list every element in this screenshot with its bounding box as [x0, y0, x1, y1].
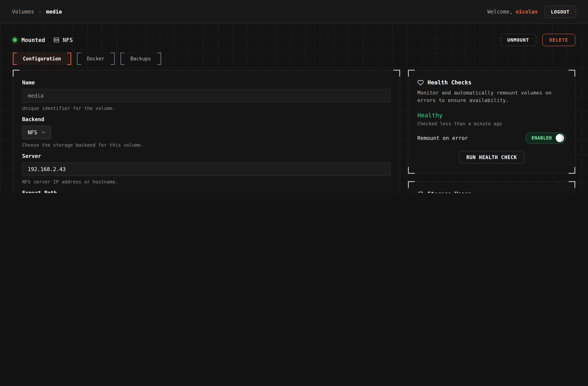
- breadcrumb: Volumes › media: [12, 9, 62, 15]
- content-area: Mounted NFS UNMOUNT DELETE Configuration…: [0, 34, 588, 193]
- health-checks-title: Health Checks: [427, 79, 472, 86]
- storage-usage-panel: Storage Usage 71% Used Tot: [408, 181, 575, 193]
- breadcrumb-current: media: [46, 9, 62, 15]
- logout-button[interactable]: LOGOUT: [545, 5, 576, 18]
- server-stack-icon: [53, 37, 60, 43]
- name-field-group: Name Unique identifier for the volume.: [22, 79, 391, 111]
- unmount-button[interactable]: UNMOUNT: [500, 34, 536, 46]
- backend-select[interactable]: NFS: [22, 126, 51, 139]
- breadcrumb-volumes-link[interactable]: Volumes: [12, 9, 34, 15]
- server-input[interactable]: [22, 162, 391, 176]
- mounted-status-label: Mounted: [21, 37, 45, 43]
- tab-configuration[interactable]: Configuration: [13, 53, 71, 65]
- top-bar: Volumes › media Welcome,nicolas LOGOUT: [0, 0, 588, 24]
- chevron-right-icon: ›: [39, 9, 42, 14]
- name-label: Name: [22, 79, 391, 86]
- remount-setting-row: Remount on error ENABLED: [417, 132, 566, 144]
- health-checks-panel: Health Checks Monitor and automatically …: [408, 70, 575, 174]
- remount-toggle-label: ENABLED: [531, 135, 552, 141]
- backend-label: Backend: [22, 116, 391, 123]
- right-column: Health Checks Monitor and automatically …: [408, 70, 575, 193]
- volume-detail-page: Volumes › media Welcome,nicolas LOGOUT M…: [0, 0, 588, 193]
- username: nicolas: [516, 9, 538, 15]
- backend-helper: Choose the storage backend for this volu…: [22, 142, 391, 148]
- configuration-panel: Name Unique identifier for the volume. B…: [13, 70, 400, 193]
- export-path-field-group: Export Path Path to the NFS export on th…: [22, 190, 391, 193]
- storage-usage-header: Storage Usage: [417, 191, 566, 193]
- health-status: Healthy: [417, 112, 566, 119]
- hard-drive-icon: [417, 191, 424, 193]
- chevron-down-icon: [41, 130, 46, 135]
- mounted-status-icon: [13, 38, 17, 42]
- server-label: Server: [22, 153, 391, 159]
- server-helper: NFS server IP address or hostname.: [22, 179, 391, 185]
- export-path-label: Export Path: [22, 190, 391, 193]
- name-input[interactable]: [22, 89, 391, 102]
- server-field-group: Server NFS server IP address or hostname…: [22, 153, 391, 185]
- health-checks-header: Health Checks: [417, 79, 566, 86]
- health-last-checked: Checked less than a minute ago: [417, 121, 566, 127]
- backend-field-group: Backend NFS Choose the storage backend f…: [22, 116, 391, 148]
- two-column-layout: Name Unique identifier for the volume. B…: [13, 70, 575, 193]
- welcome-text: Welcome,nicolas: [487, 9, 538, 15]
- run-health-check-button[interactable]: RUN HEALTH CHECK: [459, 151, 525, 164]
- health-checks-description: Monitor and automatically remount volume…: [417, 89, 566, 104]
- tab-docker[interactable]: Docker: [77, 53, 115, 65]
- storage-usage-title: Storage Usage: [427, 191, 472, 193]
- welcome-prefix: Welcome,: [487, 9, 513, 15]
- remount-label: Remount on error: [417, 135, 468, 141]
- backend-badge: NFS: [63, 37, 73, 43]
- top-bar-right: Welcome,nicolas LOGOUT: [487, 5, 576, 18]
- tab-backups[interactable]: Backups: [120, 53, 161, 65]
- name-helper: Unique identifier for the volume.: [22, 106, 391, 111]
- tab-bar: Configuration Docker Backups: [13, 53, 575, 65]
- toggle-knob: [556, 134, 564, 142]
- backend-select-value: NFS: [28, 129, 37, 135]
- remount-toggle[interactable]: ENABLED: [525, 132, 566, 144]
- delete-button[interactable]: DELETE: [542, 34, 575, 46]
- status-row: Mounted NFS UNMOUNT DELETE: [13, 34, 575, 46]
- heart-icon: [417, 79, 424, 86]
